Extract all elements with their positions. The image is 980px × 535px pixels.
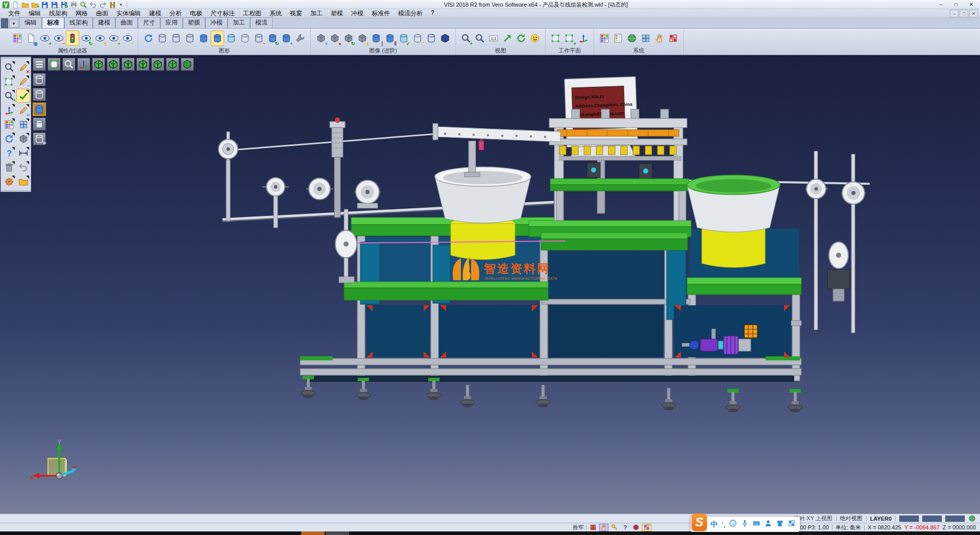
status-field-3[interactable]: [945, 516, 965, 522]
view-back-icon[interactable]: [166, 58, 179, 71]
tab-塑膜[interactable]: 塑膜: [183, 17, 205, 28]
menu-线架构[interactable]: 线架构: [45, 9, 71, 18]
tab-加工[interactable]: 加工: [228, 17, 250, 28]
open-part-icon[interactable]: [16, 175, 30, 188]
tab-编辑[interactable]: 编辑: [19, 17, 42, 28]
windows-taskbar[interactable]: [0, 531, 980, 535]
cylinder-translucent-icon[interactable]: [225, 31, 238, 46]
workplane-icon[interactable]: [2, 75, 16, 88]
status-field-1[interactable]: [899, 516, 919, 522]
filter-document-icon[interactable]: ◉: [24, 31, 38, 46]
confirm-check-icon[interactable]: [16, 89, 30, 103]
new-file-button[interactable]: [11, 1, 20, 9]
status-field-2[interactable]: [922, 516, 942, 522]
menu-系统[interactable]: 系统: [265, 9, 286, 18]
lock-label[interactable]: 拴牢: [573, 524, 584, 531]
redraw-icon[interactable]: [142, 31, 155, 46]
view-top-icon[interactable]: [92, 58, 105, 71]
box-traffic-icon[interactable]: ●: [328, 31, 341, 46]
ime-punctuation-toggle[interactable]: ’,: [722, 521, 725, 528]
close-button[interactable]: ✕: [964, 0, 979, 9]
doc-lock-icon[interactable]: [589, 524, 598, 531]
open-file-button[interactable]: [20, 1, 30, 9]
ime-shirt-icon[interactable]: [776, 519, 784, 529]
color-table-icon[interactable]: [611, 31, 625, 46]
shaded-cube-icon[interactable]: [438, 31, 452, 46]
tab-建模[interactable]: 建模: [93, 17, 115, 28]
graphics-settings-icon[interactable]: [293, 31, 307, 46]
tab-尺寸[interactable]: 尺寸: [138, 17, 160, 28]
undo-button[interactable]: [88, 1, 97, 9]
redo-button[interactable]: [98, 1, 107, 9]
box-add-icon[interactable]: +: [314, 31, 328, 46]
cylinder-check-icon[interactable]: ✓: [397, 31, 410, 46]
table-settings-icon[interactable]: [639, 31, 652, 46]
tab-模流[interactable]: 模流: [250, 17, 273, 28]
menu-文件[interactable]: 文件: [4, 9, 24, 18]
view-left-icon[interactable]: [121, 58, 135, 71]
workplane-axis-icon[interactable]: ↑: [549, 31, 562, 46]
menu-标准件[interactable]: 标准件: [368, 9, 394, 18]
ime-language-toggle[interactable]: 中: [710, 520, 718, 529]
cylinder-wire-icon[interactable]: [425, 31, 438, 46]
tab-应用[interactable]: 应用: [160, 17, 183, 28]
menu-建模[interactable]: 建模: [145, 9, 165, 18]
system-globe-icon[interactable]: [625, 31, 639, 46]
mdi-close-button[interactable]: ✕: [969, 10, 978, 17]
mdi-maximize-button[interactable]: □: [960, 10, 968, 17]
visibility-add-icon[interactable]: +: [38, 31, 52, 46]
cylinder-box-icon[interactable]: □: [411, 31, 424, 46]
menu-尺寸标注[interactable]: 尺寸标注: [206, 9, 239, 18]
cylinder-edit-icon[interactable]: +: [280, 31, 293, 46]
visibility-minus-icon[interactable]: −: [121, 31, 134, 46]
ucs-axis-icon[interactable]: [2, 103, 16, 117]
measure-tool-icon[interactable]: [16, 146, 30, 160]
zoom-arrow-icon[interactable]: [501, 31, 514, 46]
grid-settings-icon[interactable]: [667, 31, 680, 46]
cylinder-outline-icon[interactable]: [169, 31, 183, 46]
workplane-edit-icon[interactable]: +: [563, 31, 576, 46]
menu-视窗[interactable]: 视窗: [286, 9, 306, 18]
view-bottom-icon[interactable]: [107, 58, 120, 71]
view-refresh-icon[interactable]: [514, 31, 528, 46]
menu-实体编辑[interactable]: 实体编辑: [112, 9, 145, 18]
save-button[interactable]: [40, 1, 49, 9]
triad-toggle-icon[interactable]: [77, 58, 90, 71]
tab-overflow-button[interactable]: ▼: [9, 19, 18, 28]
zoom-window-icon[interactable]: +: [459, 31, 473, 46]
selection-filter-icon[interactable]: [2, 60, 16, 74]
help-query-icon[interactable]: [2, 146, 16, 160]
minimize-button[interactable]: –: [933, 0, 948, 9]
context-help-icon[interactable]: [621, 524, 630, 531]
visibility-plus-icon[interactable]: +: [107, 31, 120, 46]
zoom-all-icon[interactable]: ↔: [473, 31, 486, 46]
render-shaded-edges-icon[interactable]: [33, 117, 46, 131]
cylinder-shaded-active-icon[interactable]: [211, 31, 224, 46]
insert-file-button[interactable]: +: [30, 1, 39, 9]
menu-模流分析[interactable]: 模流分析: [394, 9, 427, 18]
print-preview-button[interactable]: [79, 1, 88, 9]
workholding-button[interactable]: [108, 1, 117, 9]
tab-标准[interactable]: 标准: [42, 17, 64, 28]
permissions-key-icon[interactable]: [610, 524, 619, 531]
layer-colors-icon[interactable]: [2, 117, 16, 131]
box-plusminus-icon[interactable]: ±: [356, 31, 369, 46]
render-translucent-icon[interactable]: ~: [33, 132, 46, 145]
absolute-view-label[interactable]: 绝对视图: [840, 515, 863, 522]
selection-hand-icon[interactable]: [653, 31, 666, 46]
mdi-minimize-button[interactable]: –: [950, 10, 959, 17]
menu-?[interactable]: ?: [427, 9, 438, 18]
workplane-move-icon[interactable]: [577, 31, 590, 46]
cylinder-pale-icon[interactable]: [238, 31, 252, 46]
save-as-button[interactable]: …: [50, 1, 59, 9]
cylinder-hatched-icon[interactable]: ~: [252, 31, 265, 46]
app-logo[interactable]: [1, 1, 10, 9]
render-hidden-line-icon[interactable]: [33, 88, 46, 101]
navigation-wheel-icon[interactable]: [2, 175, 16, 188]
cylinder-hidden-icon[interactable]: [183, 31, 197, 46]
menu-塑模[interactable]: 塑模: [327, 9, 347, 18]
ime-keyboard-icon[interactable]: [752, 519, 761, 529]
sogou-logo[interactable]: S: [692, 514, 707, 531]
undo-history-icon[interactable]: [16, 160, 30, 174]
attribute-paint-icon[interactable]: [11, 31, 24, 46]
